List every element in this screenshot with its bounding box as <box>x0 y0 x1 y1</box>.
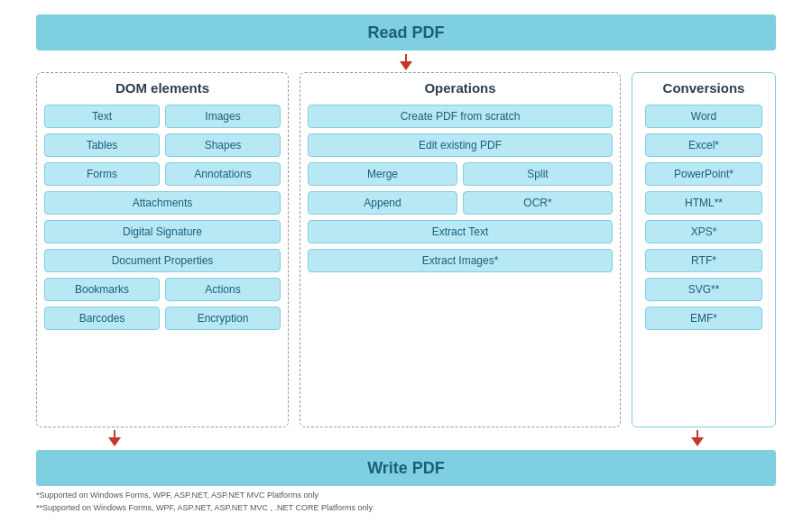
dom-row-1: Text Images <box>44 105 281 128</box>
dom-elements-box: DOM elements Text Images Tables Shapes F… <box>36 72 289 427</box>
ops-extract-text-pill[interactable]: Extract Text <box>308 220 613 243</box>
ops-ocr-pill[interactable]: OCR* <box>463 191 613 215</box>
operations-box: Operations Create PDF from scratch Edit … <box>300 72 621 427</box>
footnote-line1: *Supported on Windows Forms, WPF, ASP.NE… <box>36 490 776 502</box>
ops-append-pill[interactable]: Append <box>308 191 457 215</box>
conv-html-pill[interactable]: HTML** <box>645 191 762 215</box>
dom-barcodes-pill[interactable]: Barcodes <box>44 307 160 330</box>
dom-row-2: Tables Shapes <box>44 133 281 157</box>
conv-powerpoint-pill[interactable]: PowerPoint* <box>645 162 762 186</box>
footnote-line2: **Supported on Windows Forms, WPF, ASP.N… <box>36 502 776 515</box>
bottom-arrow-left <box>108 430 121 446</box>
dom-encryption-pill[interactable]: Encryption <box>165 307 281 330</box>
conv-xps-pill[interactable]: XPS* <box>645 220 762 243</box>
ops-extract-images-pill[interactable]: Extract Images* <box>308 249 613 272</box>
dom-annotations-pill[interactable]: Annotations <box>165 162 281 186</box>
conv-section-title: Conversions <box>663 80 745 96</box>
write-pdf-label: Write PDF <box>367 459 445 478</box>
read-pdf-label: Read PDF <box>367 23 444 42</box>
dom-bookmarks-pill[interactable]: Bookmarks <box>44 278 160 301</box>
conv-excel-pill[interactable]: Excel* <box>645 133 762 157</box>
dom-images-pill[interactable]: Images <box>165 105 281 128</box>
dom-row-5: Barcodes Encryption <box>44 307 281 330</box>
bottom-arrow-right <box>691 430 704 446</box>
arrow-stem <box>405 54 407 61</box>
dom-text-pill[interactable]: Text <box>44 105 160 128</box>
dom-row-3: Forms Annotations <box>44 162 281 186</box>
ops-create-pill[interactable]: Create PDF from scratch <box>308 105 613 128</box>
dom-tables-pill[interactable]: Tables <box>44 133 160 157</box>
dom-doc-props-pill[interactable]: Document Properties <box>44 249 281 272</box>
top-arrow <box>400 50 412 70</box>
footnotes: *Supported on Windows Forms, WPF, ASP.NE… <box>36 490 776 514</box>
dom-attachments-pill[interactable]: Attachments <box>44 191 281 215</box>
main-content-row: DOM elements Text Images Tables Shapes F… <box>36 72 776 427</box>
dom-section-title: DOM elements <box>115 80 209 96</box>
ops-edit-pill[interactable]: Edit existing PDF <box>308 133 613 157</box>
ops-split-pill[interactable]: Split <box>463 162 613 186</box>
ops-row-1: Merge Split <box>308 162 613 186</box>
ops-merge-pill[interactable]: Merge <box>308 162 457 186</box>
conv-emf-pill[interactable]: EMF* <box>645 307 762 330</box>
dom-digital-sig-pill[interactable]: Digital Signature <box>44 220 281 243</box>
read-pdf-banner: Read PDF <box>36 14 776 50</box>
arrow-head-right <box>691 437 704 446</box>
arrow-stem-right <box>697 430 698 437</box>
conv-rtf-pill[interactable]: RTF* <box>645 249 762 272</box>
dom-actions-pill[interactable]: Actions <box>165 278 281 301</box>
bottom-arrows-row <box>36 430 776 446</box>
conversions-box: Conversions Word Excel* PowerPoint* HTML… <box>632 72 776 427</box>
ops-section-title: Operations <box>424 80 495 96</box>
arrow-head <box>400 61 412 70</box>
dom-shapes-pill[interactable]: Shapes <box>165 133 281 157</box>
arrow-head-left <box>108 437 121 446</box>
diagram-container: Read PDF DOM elements Text Images Tables… <box>0 0 812 523</box>
arrow-stem-left <box>114 430 115 437</box>
dom-row-4: Bookmarks Actions <box>44 278 281 301</box>
ops-row-2: Append OCR* <box>308 191 613 215</box>
conv-word-pill[interactable]: Word <box>645 105 762 128</box>
write-pdf-banner: Write PDF <box>36 450 776 486</box>
conv-svg-pill[interactable]: SVG** <box>645 278 762 301</box>
dom-forms-pill[interactable]: Forms <box>44 162 160 186</box>
